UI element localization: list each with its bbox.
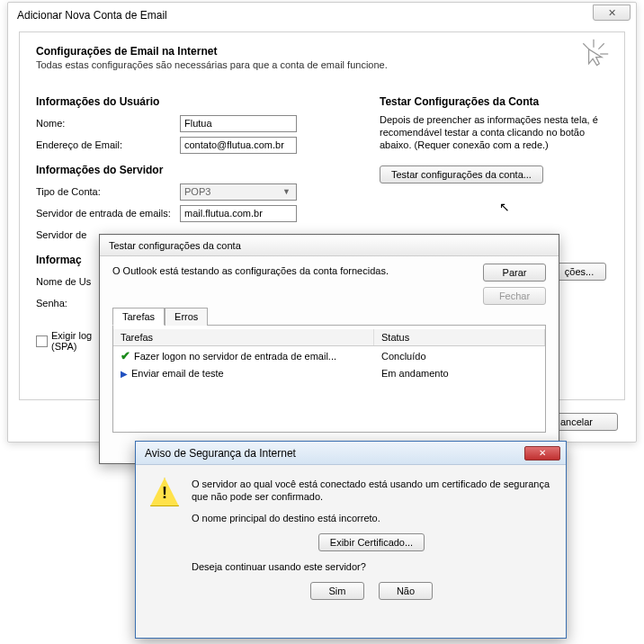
tasks-pane: Tarefas Status ✔Fazer logon no servidor … — [112, 325, 546, 433]
email-label: Endereço de Email: — [36, 139, 180, 150]
test-account-button[interactable]: Testar configurações da conta... — [380, 165, 543, 183]
yes-button[interactable]: Sim — [310, 582, 364, 600]
close-icon: ✕ — [608, 7, 616, 19]
svg-line-2 — [598, 43, 604, 49]
main-title: Adicionar Nova Conta de Email — [17, 9, 167, 22]
stop-button[interactable]: Parar — [483, 264, 546, 282]
test-dialog-titlebar[interactable]: Testar configurações da conta — [100, 235, 559, 256]
name-label: Nome: — [36, 118, 180, 129]
server-section-header: Informações do Servidor — [36, 164, 378, 176]
chevron-down-icon: ▼ — [282, 187, 292, 196]
col-status-header[interactable]: Status — [374, 329, 545, 345]
main-close-button[interactable]: ✕ — [593, 4, 631, 21]
test-account-dialog: Testar configurações da conta O Outlook … — [99, 234, 559, 464]
incoming-label: Servidor de entrada de emails: — [36, 208, 180, 219]
email-input[interactable] — [180, 137, 297, 154]
accttype-value: POP3 — [184, 186, 210, 197]
check-icon: ✔ — [121, 349, 130, 362]
spa-checkbox[interactable] — [36, 335, 48, 347]
more-settings-button[interactable]: ções... — [552, 263, 606, 281]
warn-title-text: Aviso de Segurança da Internet — [145, 447, 296, 460]
task-status: Em andamento — [381, 368, 538, 379]
panel-heading: Configurações de Email na Internet — [36, 45, 608, 58]
right-column: Testar Configurações da Conta Depois de … — [380, 95, 610, 183]
cursor-star-icon — [577, 38, 610, 70]
close-icon: ✕ — [539, 448, 546, 458]
tab-tasks[interactable]: Tarefas — [112, 308, 165, 326]
warn-p2: O nome principal do destino está incorre… — [192, 512, 551, 524]
no-button[interactable]: Não — [379, 582, 433, 600]
test-heading: Testar Configurações da Conta — [380, 95, 610, 108]
progress-arrow-icon: ▶ — [121, 369, 128, 379]
warning-icon — [150, 478, 179, 506]
col-tasks-header[interactable]: Tarefas — [113, 329, 374, 345]
main-titlebar[interactable]: Adicionar Nova Conta de Email — [8, 3, 636, 28]
task-text: Fazer logon no servidor de entrada de em… — [134, 351, 336, 362]
view-certificate-button[interactable]: Exibir Certificado... — [318, 533, 425, 551]
warn-p1: O servidor ao qual você está conectado e… — [192, 478, 551, 503]
svg-line-3 — [583, 43, 588, 49]
spa-label: Exigir log (SPA) — [51, 330, 92, 352]
test-description: Depois de preencher as informações nesta… — [380, 113, 610, 151]
warn-p3: Deseja continuar usando este servidor? — [192, 560, 551, 573]
accttype-label: Tipo de Conta: — [36, 186, 180, 197]
task-row: ▶Enviar email de teste Em andamento — [113, 365, 545, 381]
test-message: O Outlook está testando as configurações… — [112, 265, 418, 276]
warn-close-button[interactable]: ✕ — [524, 446, 560, 461]
panel-subtext: Todas estas configurações são necessária… — [36, 59, 608, 70]
security-warning-dialog: Aviso de Segurança da Internet ✕ O servi… — [135, 441, 567, 639]
task-status: Concluído — [381, 351, 538, 362]
accttype-select[interactable]: POP3 ▼ — [180, 183, 297, 201]
name-input[interactable] — [180, 115, 297, 132]
incoming-input[interactable] — [180, 205, 297, 222]
test-dialog-title: Testar configurações da conta — [109, 240, 241, 251]
user-section-header: Informações do Usuário — [36, 95, 378, 108]
task-row: ✔Fazer logon no servidor de entrada de e… — [113, 346, 545, 365]
task-text: Enviar email de teste — [131, 368, 224, 379]
tab-errors[interactable]: Erros — [165, 308, 208, 326]
warn-titlebar[interactable]: Aviso de Segurança da Internet ✕ — [136, 442, 566, 465]
close-test-button: Fechar — [483, 287, 546, 305]
